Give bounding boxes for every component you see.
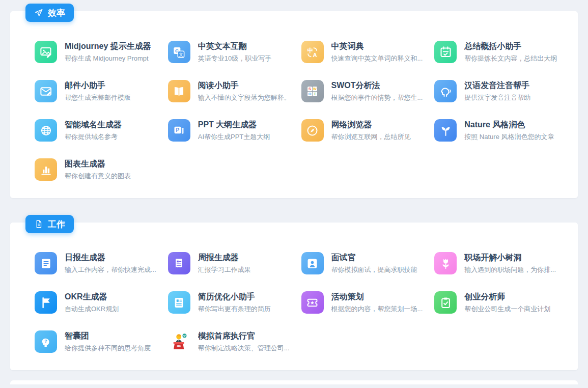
weekly-report-receipt-icon xyxy=(168,252,190,274)
app-card-desc: 根据您的事件的情势，帮您生... xyxy=(331,93,423,102)
event-ticket-icon xyxy=(301,291,324,314)
app-card[interactable]: 中A 中英词典 快速查询中英文单词的释义和... xyxy=(301,41,425,63)
app-card-title: 中英词典 xyxy=(331,41,423,51)
app-card[interactable]: 汉语发音注音帮手 提供汉字发音注音帮助 xyxy=(434,80,557,102)
tulip-icon xyxy=(434,252,457,274)
document-icon xyxy=(34,219,43,229)
app-card-title: 邮件小助手 xyxy=(65,80,131,91)
svg-text:P: P xyxy=(176,127,180,133)
app-card[interactable]: P PPT 大纲生成器 AI帮你生成PPT主题大纲 xyxy=(168,119,291,142)
app-card-desc: 帮你创建有意义的图表 xyxy=(65,172,131,181)
app-card-title: 总结概括小助手 xyxy=(464,41,557,51)
app-card-title: Midjourney 提示生成器 xyxy=(65,41,151,51)
app-card-desc: 汇报学习工作成果 xyxy=(198,265,251,274)
app-card-desc: 帮您生成完整邮件模版 xyxy=(65,93,131,102)
app-card-desc: 帮你浏览互联网，总结所见 xyxy=(331,132,411,142)
app-card-desc: 帮你生成 Midjourney Prompt xyxy=(65,54,151,63)
app-card-desc: 自动生成OKR规划 xyxy=(65,304,119,314)
app-card[interactable]: 总结概括小助手 帮你提炼长文内容，总结出大纲 xyxy=(434,41,557,63)
app-card[interactable]: 创业分析师 帮创业公司生成一个商业计划 xyxy=(434,291,557,314)
app-card-title: 汉语发音注音帮手 xyxy=(464,80,530,91)
section-efficiency: 效率 Midjourney 提示生成器 帮你生成 Midjourney Prom… xyxy=(10,11,578,198)
app-card-title: 阅读小助手 xyxy=(198,80,291,91)
svg-text:CEO: CEO xyxy=(177,345,181,347)
app-card-desc: 根据您的内容，帮您策划一场... xyxy=(331,304,423,314)
paper-plane-icon xyxy=(34,8,43,17)
app-card-title: 创业分析师 xyxy=(464,292,550,302)
app-card-title: PPT 大纲生成器 xyxy=(198,120,270,130)
app-card-title: 模拟首席执行官 xyxy=(198,331,290,341)
app-card-title: 智囊团 xyxy=(65,331,151,341)
think-tank-head-icon: ? xyxy=(35,330,57,353)
swot-grid-icon: SWOT xyxy=(301,80,324,102)
app-card[interactable]: ? 智囊团 给你提供多种不同的思考角度 xyxy=(35,330,158,353)
app-card[interactable]: SWOT SWOT分析法 根据您的事件的情势，帮您生... xyxy=(301,80,425,102)
app-card-desc: 帮创业公司生成一个商业计划 xyxy=(464,304,550,314)
svg-text:S: S xyxy=(309,87,311,91)
section-work: 工作 日报生成器 输入工作内容，帮你快速完成... 周报生成器 汇报学习工作成果… xyxy=(10,223,578,370)
app-card-desc: 输入不懂的文字段落为您解释。 xyxy=(198,93,291,102)
app-card-desc: 英语专业10级，职业写手 xyxy=(198,54,271,63)
startup-clipboard-icon xyxy=(434,291,457,314)
app-card[interactable]: 图表生成器 帮你创建有意义的图表 xyxy=(35,158,158,181)
app-card-desc: 输入遇到的职场问题，为你排... xyxy=(464,265,556,274)
app-card[interactable]: 网络浏览器 帮你浏览互联网，总结所见 xyxy=(301,119,425,142)
app-card[interactable]: 职场开解小树洞 输入遇到的职场问题，为你排... xyxy=(434,252,557,274)
section-badge-efficiency: 效率 xyxy=(25,4,74,22)
app-card[interactable]: 智能域名生成器 帮你提供域名参考 xyxy=(35,119,158,142)
app-card[interactable]: 阅读小助手 输入不懂的文字段落为您解释。 xyxy=(168,80,291,102)
section-badge-work: 工作 xyxy=(25,215,74,233)
globe-icon xyxy=(35,119,57,142)
app-card[interactable]: CEO 模拟首席执行官 帮你制定战略决策、管理公司... xyxy=(168,330,291,353)
svg-text:W: W xyxy=(313,87,317,91)
section-badge-label: 效率 xyxy=(48,7,65,19)
section-badge-label: 工作 xyxy=(48,218,65,230)
compass-browser-icon xyxy=(301,119,324,142)
app-directory-page: 效率 Midjourney 提示生成器 帮你生成 Midjourney Prom… xyxy=(0,11,588,384)
zh-en-dictionary-icon: 中A xyxy=(301,41,324,63)
bar-chart-icon xyxy=(35,158,57,181)
app-card-title: 面试官 xyxy=(331,253,417,263)
image-edit-icon xyxy=(35,41,57,63)
app-card-desc: 帮你模拟面试，提高求职技能 xyxy=(331,265,417,274)
app-card-desc: 按照 Nature 风格润色您的文章 xyxy=(464,132,554,142)
svg-text:T: T xyxy=(314,92,316,96)
app-card[interactable]: 面试官 帮你模拟面试，提高求职技能 xyxy=(301,252,425,274)
next-section-partial xyxy=(10,380,578,384)
daily-report-doc-icon xyxy=(35,252,57,274)
work-card-grid: 日报生成器 输入工作内容，帮你快速完成... 周报生成器 汇报学习工作成果 面试… xyxy=(35,252,557,353)
app-card-desc: 帮你提供域名参考 xyxy=(65,132,122,142)
translate-text-icon: G文 xyxy=(168,41,190,63)
app-card-title: 日报生成器 xyxy=(65,253,156,263)
svg-text:?: ? xyxy=(44,339,47,344)
app-card-title: 网络浏览器 xyxy=(331,120,411,130)
app-card-title: 智能域名生成器 xyxy=(65,120,122,130)
ppt-board-icon: P xyxy=(168,119,190,142)
svg-text:中: 中 xyxy=(307,47,313,53)
app-card-desc: 帮你提炼长文内容，总结出大纲 xyxy=(464,54,557,63)
interviewer-badge-icon xyxy=(301,252,324,274)
app-card[interactable]: 活动策划 根据您的内容，帮您策划一场... xyxy=(301,291,425,314)
app-card[interactable]: G文 中英文本互翻 英语专业10级，职业写手 xyxy=(168,41,291,63)
svg-text:文: 文 xyxy=(179,51,183,57)
app-card[interactable]: 日报生成器 输入工作内容，帮你快速完成... xyxy=(35,252,158,274)
app-card[interactable]: 邮件小助手 帮您生成完整邮件模版 xyxy=(35,80,158,102)
app-card-desc: 给你提供多种不同的思考角度 xyxy=(65,344,151,353)
okr-flag-icon xyxy=(35,291,57,314)
app-card[interactable]: Nature 风格润色 按照 Nature 风格润色您的文章 xyxy=(434,119,557,142)
pronunciation-head-icon xyxy=(434,80,457,102)
app-card[interactable]: 周报生成器 汇报学习工作成果 xyxy=(168,252,291,274)
app-card-title: 职场开解小树洞 xyxy=(464,253,556,263)
efficiency-card-grid: Midjourney 提示生成器 帮你生成 Midjourney Prompt … xyxy=(35,41,557,181)
app-card-desc: 帮你写出更有条理的简历 xyxy=(198,304,271,314)
app-card-desc: AI帮你生成PPT主题大纲 xyxy=(198,132,270,142)
app-card-desc: 提供汉字发音注音帮助 xyxy=(464,93,530,102)
summary-checklist-icon xyxy=(434,41,457,63)
app-card-title: SWOT分析法 xyxy=(331,80,423,91)
open-book-icon xyxy=(168,80,190,102)
resume-doc-icon xyxy=(168,291,190,314)
app-card[interactable]: OKR生成器 自动生成OKR规划 xyxy=(35,291,158,314)
app-card[interactable]: 简历优化小助手 帮你写出更有条理的简历 xyxy=(168,291,291,314)
app-card[interactable]: Midjourney 提示生成器 帮你生成 Midjourney Prompt xyxy=(35,41,158,63)
sprout-icon xyxy=(434,119,457,142)
